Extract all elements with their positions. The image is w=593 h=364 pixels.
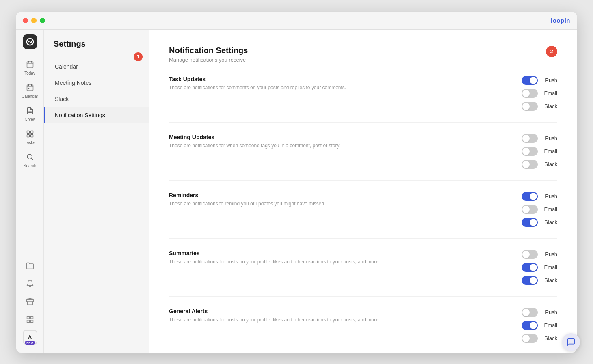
chat-fab-button[interactable] [562, 333, 580, 351]
gift-icon-button[interactable] [23, 294, 37, 309]
toggle-label-general-alerts-slack: Slack [543, 335, 557, 341]
toggle-row-reminders-slack: Slack [522, 218, 557, 227]
close-button[interactable] [23, 18, 28, 23]
section-header-summaries: Summaries These are notifications for po… [169, 250, 557, 285]
icon-sidebar-bottom: A PRO [23, 258, 37, 348]
toggle-row-task-updates-email: Email [522, 89, 557, 98]
toggle-row-general-alerts-slack: Slack [522, 334, 557, 343]
section-desc-summaries: These are notifications for posts on you… [169, 258, 499, 265]
today-icon [26, 60, 34, 70]
toggle-row-meeting-updates-push: Push [522, 134, 557, 143]
toggle-reminders-slack[interactable] [522, 218, 538, 227]
section-title-summaries: Summaries [169, 250, 499, 256]
user-avatar[interactable]: A PRO [23, 330, 37, 345]
app-logo[interactable] [23, 34, 37, 49]
toggle-reminders-email[interactable] [522, 205, 538, 214]
sidebar-item-tasks[interactable]: Tasks [19, 127, 41, 148]
toggle-label-meeting-updates-email: Email [543, 148, 557, 154]
notification-section-reminders: Reminders These are notifications to rem… [169, 180, 557, 238]
toggle-task-updates-email[interactable] [522, 89, 538, 98]
toggle-general-alerts-email[interactable] [522, 321, 538, 330]
toggle-label-reminders-push: Push [543, 193, 557, 199]
svg-point-9 [28, 88, 29, 89]
calendar-label: Calendar [22, 94, 38, 99]
minimize-button[interactable] [31, 18, 37, 23]
folder-icon-button[interactable] [23, 258, 37, 273]
toggle-reminders-push[interactable] [522, 192, 538, 201]
toggle-row-summaries-email: Email [522, 263, 557, 272]
toggle-meeting-updates-push[interactable] [522, 134, 538, 143]
section-info-general-alerts: General Alerts These are notifications f… [169, 308, 499, 323]
toggle-meeting-updates-email[interactable] [522, 147, 538, 156]
settings-sidebar: Settings 1 Calendar Meeting Notes Slack … [44, 30, 149, 353]
toggle-task-updates-slack[interactable] [522, 102, 538, 111]
maximize-button[interactable] [40, 18, 45, 23]
title-bar: loopin [16, 12, 577, 30]
toggle-general-alerts-slack[interactable] [522, 334, 538, 343]
section-info-task-updates: Task Updates These are notifications for… [169, 76, 499, 91]
settings-nav-notification-settings[interactable]: Notification Settings [44, 107, 149, 123]
toggle-row-general-alerts-email: Email [522, 321, 557, 330]
toggle-label-reminders-email: Email [543, 206, 557, 212]
svg-rect-12 [27, 131, 29, 133]
toggle-summaries-slack[interactable] [522, 276, 538, 285]
notification-section-meeting-updates: Meeting Updates These are notifications … [169, 122, 557, 180]
notes-icon [26, 107, 34, 116]
avatar-letter: A [28, 334, 32, 340]
toggle-group-reminders: Push Email Slack [509, 192, 557, 227]
section-desc-task-updates: These are notifications for comments on … [169, 84, 499, 91]
svg-rect-5 [27, 85, 33, 91]
section-info-meeting-updates: Meeting Updates These are notifications … [169, 134, 499, 149]
toggle-row-summaries-push: Push [522, 250, 557, 259]
toggle-general-alerts-push[interactable] [522, 308, 538, 317]
search-icon [26, 153, 34, 162]
sidebar-item-today[interactable]: Today [19, 57, 41, 79]
page-header: Notification Settings Manage notificatio… [169, 46, 557, 63]
toggle-group-task-updates: Push Email Slack [509, 76, 557, 111]
svg-line-17 [31, 158, 33, 160]
svg-rect-13 [30, 131, 33, 133]
section-desc-reminders: These are notifications to remind you of… [169, 200, 499, 207]
grid-icon-button[interactable] [23, 312, 37, 327]
calendar-icon [26, 84, 34, 93]
section-header-reminders: Reminders These are notifications to rem… [169, 192, 557, 227]
settings-nav-calendar[interactable]: Calendar [44, 58, 149, 75]
notification-section-general-alerts: General Alerts These are notifications f… [169, 296, 557, 353]
settings-title: Settings [44, 39, 149, 49]
toggle-row-task-updates-slack: Slack [522, 102, 557, 111]
section-info-reminders: Reminders These are notifications to rem… [169, 192, 499, 207]
sidebar-item-search[interactable]: Search [19, 150, 41, 171]
section-header-meeting-updates: Meeting Updates These are notifications … [169, 134, 557, 169]
svg-rect-15 [30, 134, 33, 137]
page-notification-badge: 2 [546, 46, 557, 57]
toggle-label-meeting-updates-push: Push [543, 135, 557, 141]
toggle-group-general-alerts: Push Email Slack [509, 308, 557, 343]
icon-sidebar: Today Calendar N [16, 30, 44, 353]
pro-badge: PRO [25, 341, 35, 345]
notes-label: Notes [24, 117, 35, 122]
toggle-label-summaries-slack: Slack [543, 277, 557, 283]
toggle-summaries-email[interactable] [522, 263, 538, 272]
brand-logo: loopin [551, 17, 570, 24]
toggle-task-updates-push[interactable] [522, 76, 538, 85]
svg-rect-20 [27, 316, 29, 319]
bell-icon-button[interactable] [23, 276, 37, 291]
settings-nav-slack[interactable]: Slack [44, 91, 149, 107]
toggle-label-summaries-email: Email [543, 264, 557, 270]
svg-rect-21 [30, 316, 33, 319]
toggle-row-summaries-slack: Slack [522, 276, 557, 285]
sidebar-item-calendar[interactable]: Calendar [19, 80, 41, 102]
toggle-label-summaries-push: Push [543, 251, 557, 257]
section-title-meeting-updates: Meeting Updates [169, 134, 499, 140]
toggle-summaries-push[interactable] [522, 250, 538, 259]
sidebar-item-notes[interactable]: Notes [19, 103, 41, 125]
toggle-label-general-alerts-email: Email [543, 322, 557, 328]
traffic-lights [23, 18, 45, 23]
toggle-meeting-updates-slack[interactable] [522, 160, 538, 169]
svg-rect-22 [27, 320, 29, 322]
main-content: Notification Settings Manage notificatio… [149, 30, 577, 353]
toggle-row-task-updates-push: Push [522, 76, 557, 85]
section-header-general-alerts: General Alerts These are notifications f… [169, 308, 557, 343]
app-body: Today Calendar N [16, 30, 577, 353]
settings-nav-meeting-notes[interactable]: Meeting Notes [44, 75, 149, 91]
